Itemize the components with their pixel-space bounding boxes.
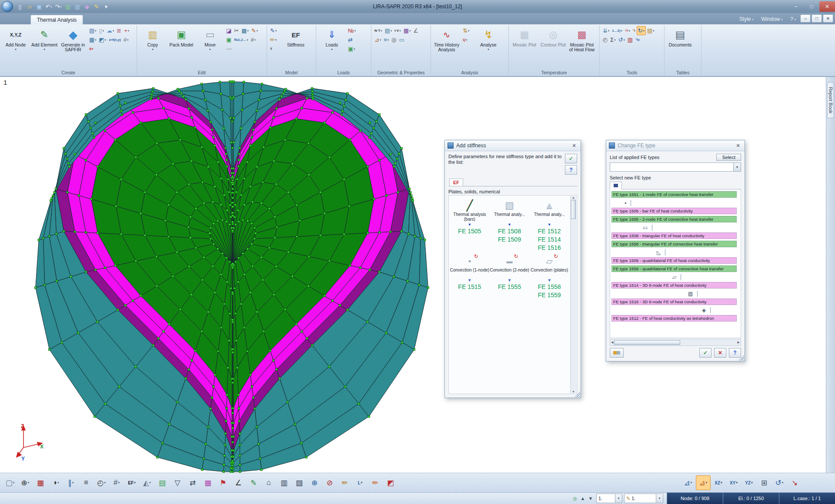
home-icon[interactable]: ⌂ bbox=[261, 475, 276, 490]
history-icon[interactable]: ◴▾ bbox=[94, 475, 109, 490]
dialog-title-bar[interactable]: Add stiffness ✕ bbox=[445, 140, 581, 151]
fe-type-label[interactable]: FE type 1512 - FE of heat conductivity a… bbox=[611, 315, 737, 322]
fit-view-icon[interactable]: ↘ bbox=[787, 475, 802, 490]
selection-frame-icon[interactable]: ▢▾ bbox=[3, 475, 17, 490]
update-icon[interactable]: ↺▾ bbox=[617, 35, 626, 44]
tab-thermal-analysis[interactable]: Thermal Analysis bbox=[30, 15, 83, 24]
thermal-tetra-item[interactable]: Thermal analy... ▼ FE 1512 FE 1514 FE 15… bbox=[529, 199, 569, 252]
exchange-icon[interactable]: ⇄ bbox=[185, 475, 200, 490]
convection-2node-item[interactable]: Convection (2-node) ▼ FE 1555 bbox=[490, 255, 530, 299]
fe-type-row[interactable]: FE type 1551 - 1-node FE of convective h… bbox=[611, 190, 739, 199]
import-book-icon[interactable]: ▥ bbox=[73, 2, 82, 11]
fe-type-row[interactable]: ▧ bbox=[611, 289, 739, 298]
orbit-icon[interactable]: ⊕▾ bbox=[18, 475, 33, 490]
scroll-right-icon[interactable]: ▶ bbox=[738, 341, 740, 344]
zoom-off-icon[interactable]: ⊘ bbox=[322, 475, 337, 490]
thermal-t-icon[interactable]: °t bbox=[631, 26, 637, 35]
filter-icon[interactable]: ▽ bbox=[170, 475, 185, 490]
add-plus-icon[interactable]: +▾ bbox=[123, 26, 130, 35]
fe-type-label[interactable]: FE type 1558 - triangular FE of convecti… bbox=[611, 241, 737, 247]
mdi-close-button[interactable]: ✕ bbox=[823, 14, 833, 23]
exchange-loads-icon[interactable]: ⇄ bbox=[347, 35, 359, 44]
edit-mode-combobox[interactable]: ✎ 1. ▾ bbox=[624, 494, 663, 503]
spline-icon[interactable]: S+ bbox=[88, 44, 95, 53]
restraints-icon[interactable]: ▦▾ bbox=[402, 26, 412, 35]
joints-icon[interactable]: ▭ bbox=[397, 35, 405, 44]
scroll-left-icon[interactable]: ◀ bbox=[611, 341, 613, 344]
edit-stiffness-icon[interactable]: ✎▾ bbox=[269, 26, 281, 35]
prev-step-icon[interactable]: ▲ bbox=[579, 496, 587, 501]
report-sheet-icon[interactable]: ▥ bbox=[626, 35, 634, 44]
hinges-icon[interactable]: ∠ bbox=[412, 26, 420, 35]
intersect-icon[interactable]: #▾ bbox=[250, 35, 257, 44]
mosaic-plot-button[interactable]: ▦ Mosaic Plot bbox=[511, 26, 538, 48]
style-menu[interactable]: Style▾ bbox=[735, 16, 758, 24]
assign-icon[interactable]: ✏▾ bbox=[269, 35, 281, 44]
diagram-icon[interactable]: ≣ bbox=[115, 26, 123, 35]
hatch-icon[interactable]: ▨ bbox=[292, 475, 307, 490]
fe-number[interactable]: FE 1509 bbox=[498, 235, 521, 244]
add-element-button[interactable]: ✎ Add Element ▾ bbox=[30, 26, 58, 52]
erase-icon[interactable]: ◪ bbox=[225, 26, 233, 35]
dialog-title-bar[interactable]: Change FE type ✕ bbox=[606, 140, 745, 151]
cancel-button[interactable]: ✕ bbox=[714, 348, 726, 358]
local-axes-icon[interactable]: ⊿▾ bbox=[373, 35, 382, 44]
select-button[interactable]: Select bbox=[716, 154, 741, 161]
refresh-icon[interactable]: ↻▾ bbox=[637, 26, 646, 35]
axes-view-icon[interactable]: ⊿▾ bbox=[681, 475, 695, 490]
shading-icon[interactable]: ◑▾ bbox=[48, 475, 63, 490]
report-book-tab[interactable]: Report Book bbox=[827, 82, 834, 118]
dynamics-icon[interactable]: ⇅▾ bbox=[461, 26, 474, 35]
pack-results-icon[interactable]: ⇊▾ bbox=[601, 26, 611, 35]
generate-in-sapfir-button[interactable]: ◆ Generate in SAPFIR bbox=[59, 26, 87, 53]
sum-icon[interactable]: Σ▾ bbox=[609, 35, 617, 44]
move-button[interactable]: ▭ Move ▾ bbox=[196, 26, 224, 52]
close-dialog-icon[interactable]: ✕ bbox=[570, 142, 578, 149]
renumber-icon[interactable]: №1,2…▾ bbox=[233, 35, 249, 44]
fe-type-row[interactable]: ▱ bbox=[611, 273, 739, 281]
convection-1node-item[interactable]: Convection (1-node) ▼ FE 1515 bbox=[450, 255, 490, 299]
history-clock-icon[interactable]: ◴ bbox=[601, 35, 609, 44]
snap-icon[interactable]: ◎ bbox=[571, 496, 579, 501]
fe-type-row[interactable]: ▭ bbox=[611, 223, 739, 232]
close-dialog-icon[interactable]: ✕ bbox=[734, 142, 742, 149]
renumber-tools-icon[interactable]: 1…2)▾ bbox=[611, 26, 624, 35]
isometric-view-icon[interactable]: ⊿▾ bbox=[696, 475, 711, 490]
pencil-yellow-icon[interactable]: ✏ bbox=[337, 475, 352, 490]
minimize-button[interactable]: – bbox=[788, 1, 804, 12]
package-icon[interactable]: ◆ bbox=[83, 2, 91, 11]
iv-sections-icon[interactable]: I·V▾ bbox=[393, 26, 402, 35]
ef-display-icon[interactable]: EF▾ bbox=[124, 475, 139, 490]
mdi-restore-button[interactable]: □ bbox=[812, 14, 822, 23]
fe-type-row[interactable]: FE type 1514 - 3D 6-node FE of heat cond… bbox=[611, 281, 739, 289]
next-step-icon[interactable]: ▼ bbox=[587, 496, 595, 501]
rotate-view-icon[interactable]: ↺▾ bbox=[772, 475, 787, 490]
notes-icon[interactable]: ▤ bbox=[155, 475, 170, 490]
settings-icon[interactable]: ✎ bbox=[92, 2, 101, 11]
fe-number[interactable]: FE 1558 bbox=[538, 283, 561, 291]
apply-button[interactable]: ✓ bbox=[699, 348, 711, 358]
fe-type-label[interactable]: FE type 1559 - quadrilateral FE of conve… bbox=[611, 265, 737, 272]
prism-icon[interactable]: ◭▾ bbox=[140, 475, 154, 490]
scroll-up-icon[interactable]: ▲ bbox=[572, 196, 575, 199]
fe-type-row[interactable]: FE type 1505 - bar FE of heat conductivi… bbox=[611, 207, 739, 215]
fe-type-row[interactable]: FE type 1516 - 3D 8-node FE of heat cond… bbox=[611, 298, 739, 306]
grid-icon[interactable]: #▾ bbox=[109, 475, 124, 490]
nt-axes-icon[interactable]: N·T▾ bbox=[373, 26, 384, 35]
add-node-button[interactable]: X,Y,Z Add Node ▾ bbox=[2, 26, 30, 52]
help-menu[interactable]: ?▾ bbox=[786, 16, 800, 24]
horizontal-scrollbar[interactable]: ◀ ▶ bbox=[610, 339, 741, 346]
contour-plot-button[interactable]: ◎ Contour Plot bbox=[539, 26, 567, 48]
fe-type-label[interactable]: FE type 1555 - 2-node FE of convective h… bbox=[611, 216, 737, 222]
copy-loads-icon[interactable]: ▣▾ bbox=[347, 44, 359, 53]
fe-number[interactable]: FE 1516 bbox=[538, 244, 561, 252]
pack-model-button[interactable]: ▣ Pack Model bbox=[167, 26, 195, 48]
types-icon[interactable]: T bbox=[269, 44, 281, 53]
confirm-button[interactable]: ✓ bbox=[565, 154, 577, 163]
load-number-icon[interactable]: №▾ bbox=[347, 26, 359, 35]
mesh-grid-icon[interactable]: ▦▾ bbox=[88, 35, 98, 44]
maximize-button[interactable]: □ bbox=[804, 1, 819, 12]
options-button[interactable] bbox=[610, 348, 624, 358]
applied-fe-combobox[interactable]: ▾ bbox=[610, 162, 741, 172]
help-button[interactable]: ? bbox=[565, 165, 577, 175]
